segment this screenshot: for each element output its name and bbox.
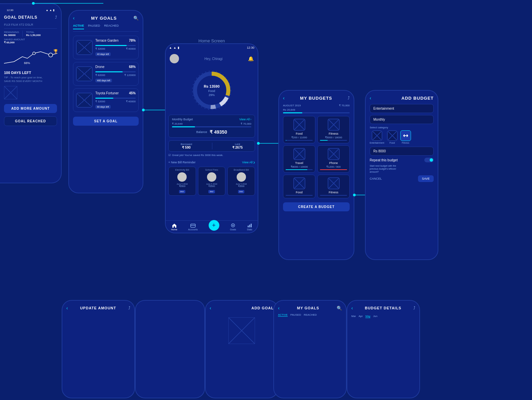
budget-details-back[interactable]: ‹ bbox=[351, 305, 353, 311]
bill-card-broadband[interactable]: Broadband Bill June 5 2019 ₹3500 PAY bbox=[227, 167, 255, 196]
set-goal-button[interactable]: SET A GOAL bbox=[73, 117, 139, 126]
goal-card-fortuner[interactable]: Toyota Fortuner 45% ₹ 32000₹ 40000 80 da… bbox=[73, 88, 139, 112]
home-time: 12:30 bbox=[247, 46, 254, 49]
repeat-row: Repeat this budget bbox=[370, 158, 434, 162]
tab-active-bottom[interactable]: ACTIVE bbox=[278, 313, 288, 317]
budget-details-share[interactable]: ⤴ bbox=[413, 306, 415, 310]
view-all-bills[interactable]: View All bbox=[242, 161, 252, 164]
budget-period-field[interactable]: Monthly bbox=[370, 115, 434, 124]
remaining-label: REMAINING bbox=[4, 31, 19, 34]
my-goals-bottom-search[interactable]: 🔍 bbox=[337, 306, 342, 311]
wifi-home-icon: ▲ bbox=[169, 46, 172, 49]
save-button[interactable]: SAVE bbox=[418, 175, 434, 182]
bill-circle-school bbox=[207, 172, 216, 182]
pay-broadband-button[interactable]: PAY bbox=[238, 190, 244, 193]
tab-paused-bottom[interactable]: PAUSED bbox=[290, 313, 301, 317]
svg-text:66%: 66% bbox=[24, 61, 30, 65]
month-may[interactable]: May bbox=[365, 315, 370, 318]
add-budget-back[interactable]: ‹ bbox=[370, 95, 371, 101]
nav-goals[interactable]: Goals bbox=[230, 223, 236, 231]
create-budget-button[interactable]: CREATE A BUDGET bbox=[283, 202, 350, 211]
tab-paused[interactable]: PAUSED bbox=[88, 24, 100, 29]
budget-cell-food2[interactable]: Food bbox=[283, 175, 315, 198]
add-more-amount-button[interactable]: ADD MORE AMOUNT bbox=[4, 104, 57, 113]
bottom-phone2-screen bbox=[135, 300, 205, 398]
month-jun[interactable]: Jun bbox=[373, 315, 377, 318]
share-icon[interactable]: ⤴ bbox=[55, 15, 57, 20]
my-goals-bottom-back[interactable]: ‹ bbox=[278, 305, 280, 311]
total-value: Rs 1,50,000 bbox=[26, 34, 41, 37]
goal-progress-fortuner bbox=[95, 98, 136, 99]
nav-accounts[interactable]: Accounts bbox=[188, 223, 198, 231]
goal-card-drone[interactable]: Drone 68% ₹ 82000₹ 120000 460 days left bbox=[73, 62, 139, 86]
pay-electricity-button[interactable]: PAY bbox=[179, 190, 185, 193]
budget-spent: Rs 20,649 bbox=[283, 108, 295, 111]
budget-month: AUGUST 2019 bbox=[283, 104, 301, 107]
month-apr[interactable]: Apr bbox=[359, 315, 363, 318]
update-share-icon[interactable]: ⤴ bbox=[128, 306, 130, 310]
wifi-icon: ▲ bbox=[46, 9, 48, 12]
update-amount-header: ‹ UPDATE AMOUNT ⤴ bbox=[66, 305, 130, 311]
cat-fitness[interactable]: Fitness bbox=[400, 130, 411, 144]
add-goal-back[interactable]: ‹ bbox=[210, 305, 211, 311]
fitness-icon bbox=[328, 119, 340, 131]
budget-name-field[interactable]: Entertainment bbox=[370, 104, 434, 113]
budget-cell-fitness2[interactable]: Fitness bbox=[317, 175, 350, 198]
nav-add-button[interactable]: + bbox=[209, 220, 219, 231]
bell-icon[interactable]: 🔔 bbox=[248, 56, 254, 61]
food-icon bbox=[293, 119, 305, 131]
bill-card-school[interactable]: School Fees June 5 2019 ₹3500 PAY bbox=[198, 167, 226, 196]
tab-active[interactable]: ACTIVE bbox=[73, 24, 84, 29]
month-mar[interactable]: Mar bbox=[351, 315, 356, 318]
svg-point-0 bbox=[33, 52, 35, 55]
remaining-value: Rs 90000 bbox=[4, 34, 19, 37]
bill-section-header: + New Bill Reminder View All › bbox=[168, 159, 255, 165]
budget-progress-fill bbox=[172, 126, 195, 127]
budget-used-value: ₹ 20,649 bbox=[172, 122, 183, 125]
home-header: Hey, Chiragi 🔔 bbox=[166, 51, 258, 66]
tab-reached-bottom[interactable]: REACHED bbox=[304, 313, 317, 317]
goal-card-terrace[interactable]: Terrace Garden 78% ₹ 32000₹ 40000 40 day… bbox=[73, 36, 139, 59]
budget-cell-travel[interactable]: Travel ₹8000 / 10000 bbox=[283, 145, 315, 173]
cat-food[interactable]: Food bbox=[387, 130, 398, 144]
pay-school-button[interactable]: PAY bbox=[208, 190, 215, 193]
my-goals-bottom-screen: ‹ MY GOALS 🔍 ACTIVE PAUSED REACHED bbox=[273, 300, 347, 398]
bill-circle-electricity bbox=[177, 172, 187, 182]
budgets-back-arrow[interactable]: ‹ bbox=[283, 95, 285, 101]
view-all-budget[interactable]: View All bbox=[239, 118, 250, 121]
bill-amount-broadband: ₹3500 bbox=[229, 185, 253, 188]
goal-amounts-terrace: ₹ 32000₹ 40000 bbox=[95, 47, 136, 50]
search-icon[interactable]: 🔍 bbox=[133, 16, 139, 21]
repeat-toggle[interactable] bbox=[424, 158, 434, 162]
svg-rect-22 bbox=[405, 135, 407, 136]
my-goals-bottom-header: ‹ MY GOALS 🔍 bbox=[278, 305, 342, 311]
goal-reached-button[interactable]: GOAL REACHED bbox=[4, 116, 57, 126]
budget-cell-fitness[interactable]: Fitness ₹5000 / 18000 bbox=[317, 116, 350, 143]
repeat-label: Repeat this budget bbox=[370, 158, 398, 162]
budget-amount-field[interactable]: Rs 8000 bbox=[370, 147, 434, 156]
chevron-right-bills: › bbox=[253, 159, 255, 165]
lent-label: Lent bbox=[232, 143, 243, 146]
tab-reached[interactable]: REACHED bbox=[104, 24, 119, 29]
cat-entertainment[interactable]: Entertainment bbox=[370, 130, 384, 144]
svg-point-14 bbox=[232, 225, 234, 226]
greeting: Hey, Chiragi bbox=[204, 57, 222, 61]
goal-thumb-terrace bbox=[76, 40, 93, 55]
borrowed-label: Borrowed bbox=[181, 143, 192, 146]
goal-progress-drone bbox=[95, 71, 136, 72]
budget-details-title: BUDGET DETAILS bbox=[365, 306, 401, 310]
update-amount-back[interactable]: ‹ bbox=[66, 305, 68, 311]
goal-name-terrace: Terrace Garden bbox=[95, 39, 118, 42]
add-budget-screen: ‹ ADD BUDGET Entertainment Monthly Selec… bbox=[365, 90, 438, 260]
budgets-share-icon[interactable]: ⤴ bbox=[348, 96, 350, 100]
travel-icon bbox=[293, 148, 305, 160]
nav-home[interactable]: Home bbox=[171, 223, 177, 231]
back-arrow[interactable]: ‹ bbox=[73, 15, 75, 21]
budget-cell-phone[interactable]: Phone ₹1200 / 900 bbox=[317, 145, 350, 173]
bill-circle-broadband bbox=[237, 172, 246, 182]
budget-cell-food[interactable]: Food ₹200 / 11000 bbox=[283, 116, 315, 143]
battery-home-icon: ▮ bbox=[178, 46, 179, 49]
bill-card-electricity[interactable]: Electricity Bill June 5 2019 ₹3500 PAY bbox=[168, 167, 196, 196]
nav-stats[interactable]: Stats bbox=[247, 223, 252, 231]
cancel-button[interactable]: CANCEL bbox=[370, 177, 382, 180]
